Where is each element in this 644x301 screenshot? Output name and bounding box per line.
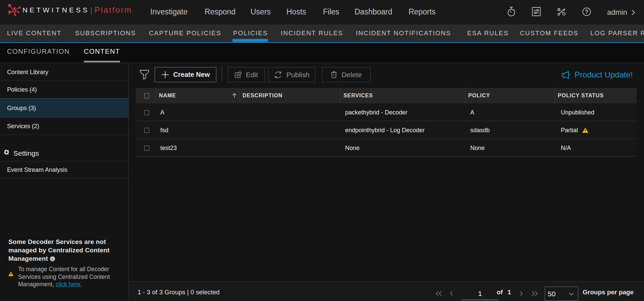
svg-text:?: ? <box>585 9 588 15</box>
svg-text:i: i <box>52 257 53 261</box>
